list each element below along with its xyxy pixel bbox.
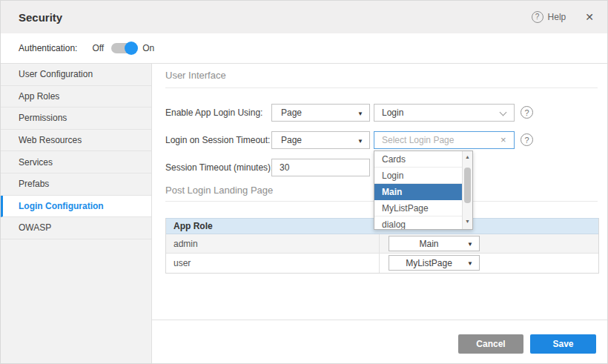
page-cell: MyListPage ▼ [380, 254, 598, 273]
cancel-button[interactable]: Cancel [458, 334, 523, 354]
close-icon[interactable]: ✕ [585, 11, 594, 23]
section-heading-user-interface: User Interface [165, 70, 226, 81]
main-content: User Interface Enable App Login Using: P… [152, 64, 607, 364]
sidebar-item-user-configuration[interactable]: User Configuration [1, 64, 151, 86]
authentication-bar: Authentication: Off On [1, 33, 607, 64]
table-row-user: user MyListPage ▼ [166, 254, 598, 273]
select-arrow-icon: ▼ [357, 138, 363, 145]
session-timeout-login-label: Login on Session Timeout: [165, 131, 270, 149]
sidebar-item-login-configuration[interactable]: Login Configuration [1, 196, 151, 218]
select-arrow-icon: ▼ [467, 241, 473, 248]
enable-app-login-label: Enable App Login Using: [165, 104, 262, 122]
sidebar-item-owasp[interactable]: OWASP [1, 217, 151, 239]
login-type-select[interactable]: Page ▼ [271, 104, 370, 122]
scroll-up-icon[interactable]: ▲ [463, 152, 472, 162]
login-page-combobox[interactable]: Login [374, 104, 515, 122]
dropdown-option-login[interactable]: Login [374, 168, 472, 184]
session-timeout-minutes-label: Session Timeout (minutes): [165, 159, 273, 176]
section-heading-post-login: Post Login Landing Page [165, 185, 273, 196]
section-divider [165, 87, 598, 88]
save-button[interactable]: Save [530, 334, 596, 354]
help-icon[interactable]: ? [521, 106, 533, 119]
sidebar-item-web-resources[interactable]: Web Resources [1, 130, 151, 152]
sidebar-item-prefabs[interactable]: Prefabs [1, 173, 151, 196]
table-row-admin: admin Main ▼ [166, 234, 598, 254]
titlebar: Security ? Help ✕ [1, 1, 607, 33]
scroll-down-icon[interactable]: ▼ [463, 216, 472, 226]
help-icon[interactable]: ? [521, 133, 533, 146]
select-arrow-icon: ▼ [357, 110, 363, 117]
admin-landing-page-select[interactable]: Main ▼ [389, 236, 480, 251]
dropdown-scrollbar[interactable]: ▲ ▼ [462, 151, 472, 229]
page-cell: Main ▼ [380, 234, 598, 253]
role-cell: user [166, 254, 380, 273]
dropdown-option-main-selected[interactable]: Main [374, 184, 472, 200]
toggle-off-label: Off [92, 43, 104, 53]
timeout-type-select[interactable]: Page ▼ [271, 131, 370, 149]
sidebar: User Configuration App Roles Permissions… [1, 64, 152, 364]
user-landing-page-select[interactable]: MyListPage ▼ [389, 255, 480, 271]
toggle-on-label: On [142, 43, 154, 53]
authentication-toggle[interactable] [111, 42, 136, 54]
help-icon: ? [532, 11, 543, 23]
scrollbar-thumb[interactable] [464, 168, 471, 203]
login-page-dropdown-list: Cards Login Main MyListPage dialog ▲ ▼ [374, 150, 473, 230]
dropdown-option-dialog[interactable]: dialog [374, 216, 472, 230]
page-title: Security [19, 11, 62, 24]
dropdown-option-mylistpage[interactable]: MyListPage [374, 200, 472, 216]
clear-icon[interactable]: × [500, 134, 506, 145]
help-button[interactable]: ? Help [532, 11, 566, 23]
help-label: Help [548, 12, 566, 22]
sidebar-item-permissions[interactable]: Permissions [1, 107, 151, 130]
sidebar-item-services[interactable]: Services [1, 151, 151, 173]
chevron-down-icon [500, 109, 507, 116]
select-login-page-input[interactable] [374, 131, 515, 149]
security-dialog: Security ? Help ✕ Authentication: Off On… [0, 0, 608, 364]
toggle-knob [125, 42, 138, 55]
footer-divider [152, 320, 607, 320]
role-cell: admin [166, 234, 380, 253]
dropdown-option-cards[interactable]: Cards [374, 151, 472, 168]
authentication-label: Authentication: [19, 43, 77, 53]
session-timeout-input[interactable] [271, 159, 370, 176]
sidebar-item-app-roles[interactable]: App Roles [1, 86, 151, 108]
select-arrow-icon: ▼ [467, 260, 473, 267]
